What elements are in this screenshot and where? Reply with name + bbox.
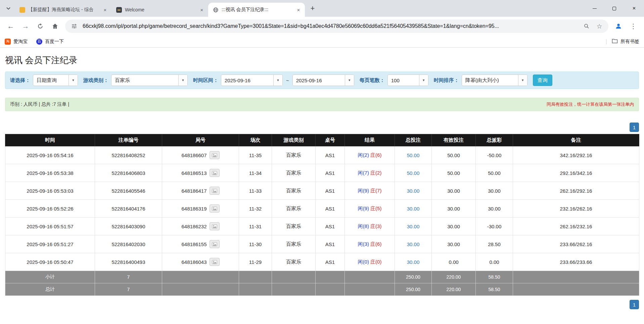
round-image-button[interactable] xyxy=(210,169,220,177)
cell-table-no: AS1 xyxy=(316,182,345,200)
search-button[interactable]: 查询 xyxy=(533,75,552,86)
col-header-time: 时间 xyxy=(5,134,95,146)
tab-search-chevron-icon[interactable] xyxy=(3,3,13,13)
time-sort-select[interactable]: 降幂(由大到小) ▼ xyxy=(462,75,527,86)
bookmark-star-icon[interactable]: ☆ xyxy=(595,22,604,31)
col-header-total-bet: 总投注 xyxy=(395,134,432,146)
cell-time: 2025-09-16 05:53:03 xyxy=(5,182,95,200)
profile-icon[interactable] xyxy=(612,19,625,33)
cell-round: 648186232 xyxy=(162,218,239,235)
cell-table-no: AS1 xyxy=(316,200,345,218)
cell-result: 闲(7) 庄(2) xyxy=(345,164,395,182)
maximize-icon xyxy=(612,7,616,10)
cell-note: 292.16/342.16 xyxy=(513,164,639,182)
notice-text: 同局有效投注，统一计算在该局第一张注单内 xyxy=(547,101,634,107)
round-image-button[interactable] xyxy=(210,151,220,159)
new-tab-button[interactable]: + xyxy=(308,3,318,13)
total-bet-link[interactable]: 50.00 xyxy=(407,170,420,176)
round-image-button[interactable] xyxy=(210,258,220,266)
game-type-select[interactable]: 百家乐 ▼ xyxy=(111,75,188,86)
cell-session: 11-32 xyxy=(239,200,272,218)
round-image-button[interactable] xyxy=(210,204,220,213)
total-bet-link[interactable]: 30.00 xyxy=(407,241,420,247)
result-banker: 庄(3) xyxy=(370,223,381,229)
bookmark-taobao[interactable]: 淘 爱淘宝 xyxy=(5,39,28,45)
chevron-down-icon: ▼ xyxy=(273,75,282,86)
cell-valid-bet: 30.00 xyxy=(432,218,476,235)
total-bet-link[interactable]: 30.00 xyxy=(407,188,420,194)
filter-label-sort: 时间排序： xyxy=(434,77,459,84)
result-player: 闲(8) xyxy=(358,223,369,229)
total-bet-link[interactable]: 30.00 xyxy=(407,259,420,265)
close-icon[interactable]: × xyxy=(102,7,108,13)
col-header-session: 场次 xyxy=(239,134,272,146)
page-1-button[interactable]: 1 xyxy=(630,300,639,309)
cell-total-bet: 30.00 xyxy=(395,182,432,200)
round-image-button[interactable] xyxy=(210,222,220,230)
chevron-down-icon: ▼ xyxy=(345,75,354,86)
cell-payout: 28.50 xyxy=(476,235,513,253)
cell-game-type: 百家乐 xyxy=(272,200,316,218)
cell-result: 闲(9) 庄(7) xyxy=(345,182,395,200)
all-bookmarks-button[interactable]: 所有书签 xyxy=(612,38,639,45)
cell-session: 11-31 xyxy=(239,218,272,235)
menu-icon[interactable]: ⋮ xyxy=(627,19,640,33)
page-1-button[interactable]: 1 xyxy=(630,123,639,132)
round-image-button[interactable] xyxy=(210,240,220,248)
cell-payout: -30.00 xyxy=(476,218,513,235)
site-settings-icon[interactable] xyxy=(70,22,79,31)
tab-betrecord[interactable]: :::视讯 会员下注纪录::: × xyxy=(208,3,305,17)
result-banker: 庄(2) xyxy=(370,170,381,176)
total-bet-link[interactable]: 30.00 xyxy=(407,224,420,229)
date-from-select[interactable]: 2025-09-16 ▼ xyxy=(221,75,283,86)
cell-bet-id: 522816406803 xyxy=(95,164,162,182)
cell-time: 2025-09-16 05:53:38 xyxy=(5,164,95,182)
result-banker: 庄(5) xyxy=(370,205,381,211)
per-page-select[interactable]: 100 ▼ xyxy=(387,75,428,86)
home-button[interactable] xyxy=(48,19,62,33)
date-from-value: 2025-09-16 xyxy=(221,75,273,86)
empty-cell xyxy=(345,271,395,283)
close-window-button[interactable]: × xyxy=(624,0,644,17)
back-button[interactable]: ← xyxy=(4,19,17,33)
cell-bet-id: 522816404176 xyxy=(95,200,162,218)
cell-note: 233.66/262.16 xyxy=(513,235,639,253)
filter-label-select: 请选择： xyxy=(10,77,30,84)
cell-round: 648186513 xyxy=(162,164,239,182)
cell-total-bet: 50.00 xyxy=(395,146,432,164)
cell-note: 342.16/292.16 xyxy=(513,146,639,164)
tab-forum[interactable]: 【新提醒】海燕策略论坛 - 综合 × xyxy=(15,3,111,17)
cell-total-bet: 30.00 xyxy=(395,235,432,253)
empty-cell xyxy=(345,283,395,296)
cell-session: 11-30 xyxy=(239,235,272,253)
browser-window: 【新提醒】海燕策略论坛 - 综合 × Welcome × :::视讯 会员下注纪… xyxy=(0,0,644,324)
bookmark-baidu[interactable]: 百 百度一下 xyxy=(36,39,64,45)
records-header-row: 时间注单编号局号场次游戏类别桌号结果总投注有效投注总派彩备注 xyxy=(5,134,639,146)
empty-cell xyxy=(239,283,272,296)
maximize-button[interactable] xyxy=(604,0,624,17)
globe-icon xyxy=(213,7,219,13)
total-bet-link[interactable]: 50.00 xyxy=(407,152,420,158)
close-icon[interactable]: × xyxy=(199,7,205,13)
cell-bet-id: 522816402030 xyxy=(95,235,162,253)
minimize-button[interactable] xyxy=(585,0,604,17)
col-header-result: 结果 xyxy=(345,134,395,146)
close-icon[interactable]: × xyxy=(295,7,302,13)
cell-time: 2025-09-16 05:51:57 xyxy=(5,218,95,235)
subtotal-payout: 58.50 xyxy=(476,271,513,283)
forward-button[interactable]: → xyxy=(19,19,32,33)
result-player: 闲(9) xyxy=(358,205,369,211)
total-bet-link[interactable]: 30.00 xyxy=(407,206,420,212)
refresh-button[interactable] xyxy=(34,19,47,33)
address-bar[interactable]: 66cxkj98.com/ipl/portal.php/game/betreco… xyxy=(65,19,608,33)
tab-welcome[interactable]: Welcome × xyxy=(111,3,208,17)
time-sort-value: 降幂(由大到小) xyxy=(462,75,518,86)
records-table: 时间注单编号局号场次游戏类别桌号结果总投注有效投注总派彩备注 2025-09-1… xyxy=(5,134,639,296)
round-image-button[interactable] xyxy=(210,187,220,195)
query-type-select[interactable]: 日期查询 ▼ xyxy=(33,75,78,86)
col-header-game-type: 游戏类别 xyxy=(272,134,316,146)
date-to-select[interactable]: 2025-09-16 ▼ xyxy=(292,75,354,86)
cell-total-bet: 30.00 xyxy=(395,253,432,271)
zoom-icon[interactable] xyxy=(582,22,591,31)
bookmarks-right: | 所有书签 xyxy=(606,38,639,45)
